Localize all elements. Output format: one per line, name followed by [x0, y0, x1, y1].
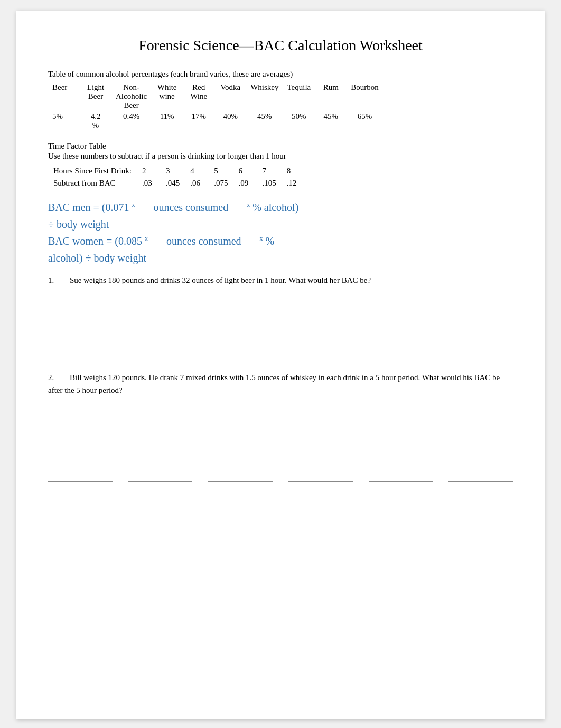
val-red-wine: 17% [183, 111, 214, 131]
val-beer: 5% [48, 111, 80, 131]
col-whiskey: Whiskey [246, 82, 283, 111]
time-factor-table: Hours Since First Drink: 2 3 4 5 6 7 8 S… [48, 165, 305, 189]
subtract-6: .09 [233, 177, 257, 189]
table-values-row: 5% 4.2% 0.4% 11% 17% 40% 45% 50% 45% 65% [48, 111, 383, 131]
formula-section: BAC men = (0.071 x ounces consumed x % a… [48, 200, 513, 265]
hours-label: Hours Since First Drink: [48, 165, 137, 177]
women-mid: ounces consumed [151, 235, 257, 247]
val-vodka: 40% [214, 111, 246, 131]
page-title: Forensic Science—BAC Calculation Workshe… [48, 37, 513, 54]
bottom-line-5 [369, 481, 433, 482]
val-tequila: 50% [283, 111, 315, 131]
col-non-alc: Non-AlcoholicBeer [111, 82, 151, 111]
subtract-row: Subtract from BAC .03 .045 .06 .075 .09 … [48, 177, 305, 189]
table-note: Table of common alcohol percentages (eac… [48, 70, 513, 79]
women-end: % [266, 235, 275, 247]
bac-women-formula-line2: alcohol) ÷ body weight [48, 251, 513, 265]
col-red-wine: RedWine [183, 82, 214, 111]
men-mid: ounces consumed [138, 201, 245, 213]
alcohol-percentage-table: Beer LightBeer Non-AlcoholicBeer Whitewi… [48, 82, 383, 131]
hour-2: 2 [137, 165, 161, 177]
hour-7: 7 [257, 165, 281, 177]
val-white-wine: 11% [151, 111, 183, 131]
hour-4: 4 [185, 165, 209, 177]
bottom-line-4 [288, 481, 353, 482]
bottom-line-6 [448, 481, 513, 482]
bac-women-formula: BAC women = (0.085 x ounces consumed x % [48, 234, 513, 248]
bottom-line-2 [128, 481, 193, 482]
hours-row: Hours Since First Drink: 2 3 4 5 6 7 8 [48, 165, 305, 177]
men-sup1: x [132, 201, 135, 208]
subtract-5: .075 [209, 177, 233, 189]
hour-6: 6 [233, 165, 257, 177]
question-1-text: Sue weighs 180 pounds and drinks 32 ounc… [70, 276, 371, 284]
val-whiskey: 45% [246, 111, 283, 131]
bottom-lines [48, 481, 513, 482]
question-1: 1. Sue weighs 180 pounds and drinks 32 o… [48, 274, 513, 287]
subtract-label: Subtract from BAC [48, 177, 137, 189]
women-sup1: x [145, 235, 148, 242]
subtract-7: .105 [257, 177, 281, 189]
hour-3: 3 [161, 165, 185, 177]
subtract-2: .03 [137, 177, 161, 189]
question-1-number: 1. [48, 276, 54, 285]
subtract-3: .045 [161, 177, 185, 189]
table-header-row: Beer LightBeer Non-AlcoholicBeer Whitewi… [48, 82, 383, 111]
bac-men-formula-line2: ÷ body weight [48, 217, 513, 232]
men-sup2: x [247, 201, 250, 208]
time-factor-note: Use these numbers to subtract if a perso… [48, 152, 513, 161]
question-2-text: Bill weighs 120 pounds. He drank 7 mixed… [48, 373, 500, 394]
questions-section: 1. Sue weighs 180 pounds and drinks 32 o… [48, 274, 513, 397]
question-2: 2. Bill weighs 120 pounds. He drank 7 mi… [48, 371, 513, 397]
col-vodka: Vodka [214, 82, 246, 111]
col-bourbon: Bourbon [347, 82, 383, 111]
bac-men-formula: BAC men = (0.071 x ounces consumed x % a… [48, 200, 513, 215]
val-light-beer: 4.2% [80, 111, 111, 131]
bottom-line-1 [48, 481, 113, 482]
val-non-alc: 0.4% [111, 111, 151, 131]
men-end: % alcohol) [253, 201, 298, 213]
hour-5: 5 [209, 165, 233, 177]
col-tequila: Tequila [283, 82, 315, 111]
col-white-wine: Whitewine [151, 82, 183, 111]
women-sup2: x [260, 235, 263, 242]
page: Forensic Science—BAC Calculation Workshe… [16, 11, 545, 719]
val-rum: 45% [315, 111, 347, 131]
hour-8: 8 [282, 165, 305, 177]
women-formula-start: BAC women = (0.085 [48, 235, 142, 247]
val-bourbon: 65% [347, 111, 383, 131]
bottom-line-3 [208, 481, 273, 482]
question-2-number: 2. [48, 373, 54, 382]
col-light-beer: LightBeer [80, 82, 111, 111]
subtract-8: .12 [282, 177, 305, 189]
time-factor-title: Time Factor Table [48, 142, 513, 151]
col-beer: Beer [48, 82, 80, 111]
col-rum: Rum [315, 82, 347, 111]
subtract-4: .06 [185, 177, 209, 189]
men-formula-start: BAC men = (0.071 [48, 201, 129, 213]
